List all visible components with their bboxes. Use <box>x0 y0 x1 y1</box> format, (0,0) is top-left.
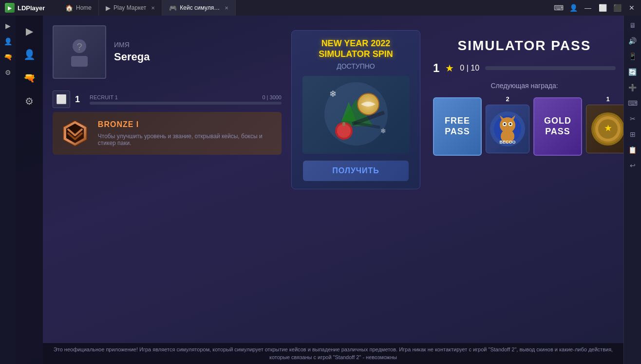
name-label: ИМЯ <box>114 41 150 49</box>
keyboard-icon[interactable]: ⌨ <box>553 2 564 13</box>
bottom-disclaimer: Это неофициальное приложение! Игра являе… <box>43 343 623 364</box>
level-bar-container: RECRUIT 1 0 | 3000 <box>90 94 282 105</box>
tab-play-label: Play Маркет <box>113 4 146 11</box>
tab-game-label: Кейс симуля… <box>180 4 220 11</box>
tab-game[interactable]: 🎮 Кейс симуля… ✕ <box>162 0 236 16</box>
nav-play-icon[interactable]: ▶ <box>19 21 39 41</box>
free-pass-label: FREEPASS <box>445 116 470 137</box>
coin-box[interactable]: ★ <box>586 105 623 153</box>
tab-home[interactable]: 🏠 Home <box>58 0 99 16</box>
rank-icon: ⬜ <box>53 91 70 108</box>
badge-info: BRONZE I Чтобы улучшить уровень и звание… <box>98 120 274 146</box>
sticker-box[interactable]: BECOO <box>486 105 529 153</box>
badge-section: BRONZE I Чтобы улучшить уровень и звание… <box>53 112 282 155</box>
play-icon: ▶ <box>106 4 111 12</box>
rank-label: RECRUIT 1 <box>90 94 118 100</box>
tabs-bar: 🏠 Home ▶ Play Маркет ✕ 🎮 Кейс симуля… ✕ <box>58 0 549 16</box>
play-sidebar-icon[interactable]: ▶ <box>1 19 14 32</box>
profile-section: ? ИМЯ Serega ⬜ 1 RECRUIT 1 <box>43 16 291 155</box>
pass-progress-bar <box>485 66 616 70</box>
nav-settings-icon[interactable]: ⚙ <box>19 91 39 111</box>
rotate-icon[interactable]: 🔄 <box>626 65 640 79</box>
app-logo: ▶ LDPlayer <box>0 3 58 13</box>
spinner-image: ❄ ❄ <box>302 76 410 154</box>
sticker-number: 2 <box>506 95 509 103</box>
svg-point-25 <box>509 123 511 125</box>
nav-gun-icon[interactable]: 🔫 <box>19 68 39 88</box>
user-sidebar-icon[interactable]: 👤 <box>1 35 14 48</box>
main-wrapper: ▶ 👤 🔫 ⚙ ▶ 👤 🔫 ⚙ ? <box>0 16 641 364</box>
minimize-button[interactable]: — <box>583 2 593 13</box>
monitor-icon[interactable]: 🖥 <box>626 18 640 32</box>
window-controls: ⌨ 👤 — ⬜ ⬛ ✕ <box>549 2 641 13</box>
grid-icon[interactable]: ⊞ <box>626 127 640 141</box>
pass-level: 1 <box>433 61 439 75</box>
sticker-card: 2 <box>486 95 529 153</box>
tab-home-label: Home <box>76 4 92 11</box>
spinner-title: NEW YEAR 2022SIMULATOR SPIN <box>319 38 393 59</box>
pass-progress-text: 0 | 10 <box>460 64 479 73</box>
gold-pass-box[interactable]: GOLDPASS <box>533 97 582 156</box>
nav-user-icon[interactable]: 👤 <box>19 45 39 64</box>
coin-card: 1 ★ <box>586 95 623 153</box>
game-area: ▶ 👤 🔫 ⚙ ? ИМЯ Sere <box>16 16 623 364</box>
gold-pass-label: GOLDPASS <box>544 116 571 137</box>
next-reward-label: Следующая награда: <box>433 82 616 90</box>
profile-name: Serega <box>114 51 150 63</box>
settings-sidebar-icon[interactable]: ⚙ <box>1 66 14 79</box>
level-number: 1 <box>75 94 85 105</box>
pass-section: SIMULATOR PASS 1 ★ 0 | 10 Следующая нагр… <box>425 30 623 164</box>
profile-info: ИМЯ Serega <box>114 41 150 63</box>
svg-text:❄: ❄ <box>329 89 337 99</box>
svg-text:❄: ❄ <box>380 127 386 135</box>
pass-progress-row: 1 ★ 0 | 10 <box>433 61 616 75</box>
level-bar <box>90 102 282 105</box>
game-inner: ? ИМЯ Serega ⬜ 1 RECRUIT 1 <box>43 16 623 364</box>
svg-text:BECOO: BECOO <box>499 140 515 145</box>
restore-button[interactable]: ⬜ <box>597 2 608 13</box>
level-bar-section: ⬜ 1 RECRUIT 1 0 | 3000 <box>53 87 282 112</box>
svg-rect-1 <box>71 56 88 67</box>
mobile-icon[interactable]: 📱 <box>626 50 640 63</box>
left-sidebar: ▶ 👤 🔫 ⚙ <box>0 16 16 364</box>
spinner-availability: ДОСТУПНО <box>337 62 375 70</box>
game-left-nav: ▶ 👤 🔫 ⚙ <box>16 16 43 364</box>
spinner-section: NEW YEAR 2022SIMULATOR SPIN ДОСТУПНО <box>291 30 420 189</box>
svg-point-10 <box>337 124 351 138</box>
badge-tip: Чтобы улучшить уровень и звание, открыва… <box>98 133 274 146</box>
svg-text:?: ? <box>76 41 82 52</box>
coin-img: ★ <box>586 105 623 153</box>
svg-text:★: ★ <box>604 124 612 132</box>
plus-icon[interactable]: ➕ <box>626 81 640 94</box>
clipboard-icon[interactable]: 📋 <box>626 143 640 157</box>
gold-pass-card: GOLDPASS <box>533 95 582 156</box>
svg-rect-11 <box>342 122 345 126</box>
home-icon: 🏠 <box>65 4 73 12</box>
volume-icon[interactable]: 🔊 <box>626 34 640 48</box>
free-pass-box[interactable]: FREEPASS <box>433 97 482 156</box>
coin-number: 1 <box>606 95 609 103</box>
tab-play-close[interactable]: ✕ <box>151 5 155 11</box>
close-button[interactable]: ✕ <box>626 2 637 13</box>
app-name: LDPlayer <box>18 4 45 12</box>
logo-icon: ▶ <box>5 3 15 13</box>
maximize-button[interactable]: ⬛ <box>612 2 622 13</box>
get-button[interactable]: ПОЛУЧИТЬ <box>303 161 409 181</box>
xp-display: 0 | 3000 <box>262 94 282 100</box>
profile-top: ? ИМЯ Serega <box>53 25 282 79</box>
tab-play[interactable]: ▶ Play Маркет ✕ <box>99 0 162 16</box>
badge-label: BRONZE I <box>98 120 274 129</box>
keyboard-right-icon[interactable]: ⌨ <box>626 96 640 110</box>
user-icon[interactable]: 👤 <box>568 2 579 13</box>
star-icon: ★ <box>445 62 454 74</box>
free-pass-card: FREEPASS <box>433 95 482 156</box>
sticker-img: BECOO <box>486 105 529 153</box>
scissors-icon[interactable]: ✂ <box>626 112 640 126</box>
badge-icon <box>60 118 90 149</box>
titlebar: ▶ LDPlayer 🏠 Home ▶ Play Маркет ✕ 🎮 Кейс… <box>0 0 641 16</box>
tab-game-close[interactable]: ✕ <box>225 5 228 11</box>
gun-sidebar-icon[interactable]: 🔫 <box>1 51 14 63</box>
avatar: ? <box>53 25 106 79</box>
back-icon[interactable]: ↩ <box>626 159 640 172</box>
game-icon: 🎮 <box>169 4 177 12</box>
